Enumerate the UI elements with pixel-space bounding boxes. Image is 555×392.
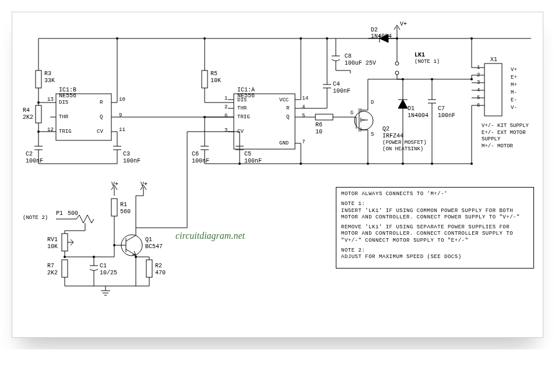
svg-rect-2 bbox=[36, 105, 41, 123]
svg-rect-9 bbox=[484, 63, 502, 116]
svg-rect-0 bbox=[36, 70, 41, 88]
pa1: 1 bbox=[224, 96, 227, 102]
q2-ref: Q2 bbox=[382, 126, 389, 133]
q2-n1: (POWER MOSFET) bbox=[382, 140, 427, 146]
svg-point-25 bbox=[300, 163, 302, 165]
x1-l5: E- bbox=[511, 97, 517, 104]
r6-val: 10 bbox=[315, 129, 322, 136]
svg-point-33 bbox=[113, 244, 115, 246]
p10: 10 bbox=[119, 97, 125, 103]
r5-val: 10K bbox=[210, 77, 221, 84]
r1-val: 560 bbox=[120, 209, 131, 216]
pa14: 14 bbox=[302, 96, 308, 102]
ic1a-cv: CV bbox=[237, 129, 244, 135]
r3-val: 33K bbox=[44, 77, 55, 84]
q2-n2: (ON HEATSINK) bbox=[382, 146, 423, 153]
svg-point-26 bbox=[367, 163, 369, 165]
ic1a-trig: TRIG bbox=[237, 114, 250, 121]
x1-p2: 2 bbox=[477, 72, 480, 79]
svg-rect-11 bbox=[62, 234, 68, 251]
d1-ref: D1 bbox=[408, 105, 415, 112]
x1-l2: E+ bbox=[511, 74, 517, 82]
q2-g: G bbox=[350, 110, 353, 116]
svg-point-27 bbox=[402, 163, 404, 165]
legend-3: M+/- MOTOR bbox=[482, 143, 543, 150]
r2-ref: R2 bbox=[155, 263, 162, 270]
p12: 12 bbox=[47, 127, 54, 133]
x1-l6: V- bbox=[511, 104, 517, 112]
ic1a-vcc: VCC bbox=[279, 97, 289, 104]
pa7: 7 bbox=[302, 139, 305, 146]
notes-box: MOTOR ALWAYS CONNECTS TO 'M+/-' NOTE 1: … bbox=[336, 187, 534, 269]
svg-point-22 bbox=[470, 37, 473, 40]
svg-point-21 bbox=[396, 37, 398, 40]
svg-point-30 bbox=[431, 78, 433, 80]
r4-val: 2K2 bbox=[23, 114, 33, 121]
pa4: 4 bbox=[302, 104, 305, 111]
r7-ref: R7 bbox=[47, 263, 54, 270]
p13: 13 bbox=[47, 97, 54, 103]
svg-point-17 bbox=[116, 37, 118, 40]
svg-point-29 bbox=[402, 78, 404, 80]
schematic-svg bbox=[12, 12, 544, 338]
note1-title: NOTE 1: bbox=[341, 201, 365, 207]
vplus-q1: V+ bbox=[140, 181, 147, 188]
q2-d: D bbox=[371, 100, 374, 106]
connector-legend: V+/- KIT SUPPLY E+/- EXT MOTOR SUPPLY M+… bbox=[482, 123, 543, 150]
c4-val: 100nF bbox=[333, 88, 350, 95]
p1-val: 500 bbox=[68, 210, 78, 217]
c8-val: 100uF 25V bbox=[345, 60, 376, 67]
svg-point-16 bbox=[37, 130, 40, 133]
ic1b-cv: CV bbox=[97, 129, 103, 135]
c2-val: 100nF bbox=[26, 158, 43, 165]
x1-l1: V+ bbox=[511, 66, 517, 74]
c1-val: 10/25 bbox=[100, 270, 117, 277]
r4-ref: R4 bbox=[23, 107, 30, 114]
c7-val: 100nF bbox=[438, 112, 455, 119]
c6-ref: C6 bbox=[192, 151, 199, 158]
ic1a-q: Q bbox=[286, 114, 289, 121]
svg-point-7 bbox=[395, 62, 399, 65]
svg-point-8 bbox=[395, 71, 399, 75]
x1-l3: M+ bbox=[511, 82, 517, 89]
svg-rect-14 bbox=[146, 260, 152, 277]
r6-ref: R6 bbox=[315, 122, 322, 129]
x1-p4: 4 bbox=[477, 87, 480, 94]
c3-ref: C3 bbox=[123, 151, 130, 158]
connector-labels: V+ E+ M+ M- E- V- bbox=[511, 66, 517, 112]
ic1a-thr: THR bbox=[237, 105, 247, 112]
r2-val: 470 bbox=[155, 270, 166, 277]
d1-val: 1N4004 bbox=[408, 112, 428, 119]
c3-val: 100nF bbox=[123, 158, 140, 165]
svg-point-31 bbox=[470, 78, 473, 80]
ic1b-r: R bbox=[100, 100, 103, 106]
p9: 9 bbox=[119, 112, 122, 119]
svg-point-28 bbox=[431, 163, 433, 165]
r1-ref: R1 bbox=[120, 202, 127, 209]
svg-rect-5 bbox=[315, 114, 333, 120]
ic1a-gnd: GND bbox=[279, 140, 289, 147]
note1-b: REMOVE 'LK1' IF USING SEPARATE POWER SUP… bbox=[341, 224, 529, 244]
c1-ref: C1 bbox=[100, 263, 107, 270]
note1-a: INSERT 'LK1' IF USING COMMON POWER SUPPL… bbox=[341, 208, 520, 220]
note2-body: ADJUST FOR MAXIMUM SPEED (SEE DOCS) bbox=[341, 254, 462, 260]
lk1-note: (NOTE 1) bbox=[415, 59, 440, 65]
ic1a-r: R bbox=[286, 105, 289, 112]
q1-val: BC547 bbox=[145, 243, 163, 250]
c5-ref: C5 bbox=[244, 151, 251, 158]
vplus-r1: V+ bbox=[111, 181, 118, 188]
svg-rect-12 bbox=[62, 260, 68, 277]
vplus-top: V+ bbox=[400, 21, 407, 28]
x1-p3: 3 bbox=[477, 80, 480, 86]
ic1b-trig: TRIG bbox=[59, 129, 72, 135]
q1-ref: Q1 bbox=[145, 236, 152, 243]
svg-point-34 bbox=[93, 256, 95, 258]
schematic-drawing: IC1:B NE556 DIS THR TRIG R Q CV 13 12 10… bbox=[12, 12, 543, 338]
x1-p5: 5 bbox=[477, 95, 480, 101]
svg-point-6 bbox=[354, 111, 373, 130]
svg-rect-10 bbox=[111, 199, 117, 216]
watermark: circuitdiagram.net bbox=[175, 231, 245, 241]
x1-p1: 1 bbox=[477, 65, 480, 71]
ic1b-val: NE556 bbox=[59, 93, 76, 100]
pa2: 2 bbox=[224, 104, 227, 111]
